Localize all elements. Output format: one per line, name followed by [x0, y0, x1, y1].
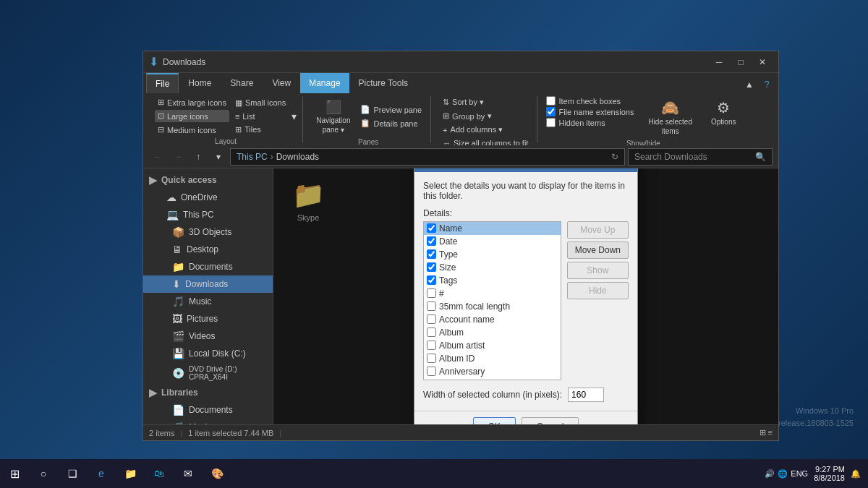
sidebar-item-music-lib[interactable]: 🎵 Music — [143, 419, 273, 424]
tiles-btn[interactable]: ⊞ Tiles — [232, 124, 289, 136]
detail-item-tags[interactable]: Tags — [424, 274, 561, 287]
detail-item-anniversary[interactable]: Anniversary — [424, 365, 561, 378]
detail-check-name[interactable] — [427, 223, 436, 233]
item-check-boxes-label[interactable]: Item check boxes — [546, 96, 634, 106]
detail-item-account-name[interactable]: Account name — [424, 313, 561, 326]
notification-icon[interactable]: 🔔 — [851, 469, 861, 479]
tab-home[interactable]: Home — [179, 73, 221, 93]
detail-check-album-id[interactable] — [427, 354, 436, 363]
detail-item-album-artist[interactable]: Album artist — [424, 339, 561, 352]
preview-pane-btn[interactable]: 📄 Preview pane — [357, 103, 425, 116]
refresh-icon[interactable]: ↻ — [611, 152, 618, 162]
sidebar-item-dvd-drive[interactable]: 💿 DVD Drive (D:) CPRA_X64I — [143, 362, 273, 384]
file-name-extensions[interactable] — [546, 107, 556, 116]
medium-icons-btn[interactable]: ⊟ Medium icons — [155, 124, 229, 136]
tab-picture-tools[interactable]: Picture Tools — [349, 73, 417, 93]
sidebar-item-3d-objects[interactable]: 📦 3D Objects — [143, 223, 273, 241]
network-icon[interactable]: 🌐 — [778, 469, 788, 479]
sidebar-item-documents[interactable]: 📁 Documents — [143, 258, 273, 275]
group-by-btn[interactable]: ⊞ Group by ▾ — [440, 110, 531, 122]
file-name-extensions-label[interactable]: File name extensions — [546, 107, 634, 116]
show-button[interactable]: Show — [567, 262, 629, 279]
ok-button[interactable]: OK — [473, 417, 516, 425]
search-button[interactable]: ○ — [29, 459, 58, 488]
detail-item-35mm[interactable]: 35mm focal length — [424, 300, 561, 313]
sidebar-item-downloads[interactable]: ⬇ Downloads — [143, 275, 273, 293]
detail-item-assistants-name[interactable]: Assistant's name — [424, 378, 561, 380]
tab-manage[interactable]: Manage — [300, 73, 349, 93]
detail-item-date[interactable]: Date — [424, 235, 561, 248]
sidebar-item-videos[interactable]: 🎬 Videos — [143, 328, 273, 345]
address-bar[interactable]: This PC › Downloads ↻ — [230, 148, 625, 166]
sidebar-item-documents-lib[interactable]: 📄 Documents — [143, 401, 273, 419]
sidebar-item-desktop[interactable]: 🖥 Desktop — [143, 241, 273, 258]
detail-item-hash[interactable]: # — [424, 287, 561, 300]
detail-check-anniversary[interactable] — [427, 367, 436, 376]
store-icon[interactable]: 🛍 — [145, 459, 174, 488]
move-down-button[interactable]: Move Down — [567, 241, 629, 259]
sidebar-item-this-pc[interactable]: 💻 This PC — [143, 206, 273, 223]
cancel-button[interactable]: Cancel — [522, 417, 579, 425]
navigation-pane-btn[interactable]: ⬛ Navigation pane ▾ — [312, 96, 354, 137]
detail-check-hash[interactable] — [427, 288, 436, 298]
ribbon-help[interactable]: ? — [758, 76, 775, 93]
explorer-taskbar-icon[interactable]: 📁 — [116, 459, 145, 488]
hide-button[interactable]: Hide — [567, 282, 629, 299]
extra-large-icons-btn[interactable]: ⊞ Extra large icons — [155, 96, 229, 108]
detail-check-type[interactable] — [427, 249, 436, 259]
tab-share[interactable]: Share — [221, 73, 263, 93]
details-list[interactable]: Name Date Type — [423, 221, 561, 380]
width-input[interactable] — [568, 388, 604, 402]
search-icon[interactable]: 🔍 — [755, 152, 766, 162]
edge-icon[interactable]: e — [87, 459, 116, 488]
add-columns-btn[interactable]: + Add columns ▾ — [440, 124, 531, 136]
start-button[interactable]: ⊞ — [0, 459, 29, 488]
recent-locations[interactable]: ▾ — [210, 148, 227, 166]
minimize-button[interactable]: ─ — [709, 55, 729, 69]
detail-item-name[interactable]: Name — [424, 222, 561, 235]
search-input[interactable] — [634, 152, 752, 162]
detail-item-album[interactable]: Album — [424, 326, 561, 339]
mail-icon[interactable]: ✉ — [174, 459, 203, 488]
options-btn[interactable]: ⚙ Options — [707, 96, 740, 138]
sidebar-item-libraries[interactable]: ▶ Libraries — [143, 384, 273, 401]
ribbon-collapse[interactable]: ▲ — [741, 76, 758, 93]
detail-item-album-id[interactable]: Album ID — [424, 352, 561, 365]
hidden-items-label[interactable]: Hidden items — [546, 118, 634, 127]
task-view-button[interactable]: ❑ — [58, 459, 87, 488]
detail-check-album-artist[interactable] — [427, 341, 436, 350]
detail-check-35mm[interactable] — [427, 301, 436, 311]
back-button[interactable]: ← — [149, 148, 166, 166]
sidebar-item-local-disk[interactable]: 💾 Local Disk (C:) — [143, 345, 273, 362]
tab-view[interactable]: View — [263, 73, 300, 93]
view-icons[interactable]: ⊞ ≡ — [760, 428, 773, 437]
maximize-button[interactable]: □ — [731, 55, 751, 69]
sidebar-item-pictures[interactable]: 🖼 Pictures — [143, 310, 273, 328]
forward-button[interactable]: → — [169, 148, 187, 166]
large-icons-btn[interactable]: ⊡ Large icons — [155, 110, 229, 122]
volume-icon[interactable]: 🔊 — [765, 469, 775, 479]
sidebar-item-quick-access[interactable]: ▶ Quick access — [143, 171, 273, 189]
up-button[interactable]: ↑ — [190, 148, 207, 166]
search-bar[interactable]: 🔍 — [628, 148, 773, 166]
taskbar-time[interactable]: 9:27 PM 8/8/2018 — [814, 465, 845, 482]
sort-by-btn[interactable]: ⇅ Sort by ▾ — [440, 96, 531, 108]
detail-item-type[interactable]: Type — [424, 248, 561, 261]
address-this-pc[interactable]: This PC — [237, 152, 268, 162]
hide-selected-btn[interactable]: 🙈 Hide selected items — [642, 96, 698, 138]
detail-check-account-name[interactable] — [427, 314, 436, 324]
detail-check-size[interactable] — [427, 262, 436, 272]
sidebar-item-music[interactable]: 🎵 Music — [143, 293, 273, 310]
sidebar-item-onedrive[interactable]: ☁ OneDrive — [143, 189, 273, 206]
hidden-items[interactable] — [546, 118, 556, 127]
address-downloads[interactable]: Downloads — [276, 152, 319, 162]
item-check-boxes[interactable] — [546, 96, 556, 106]
small-icons-btn[interactable]: ▦ Small icons — [232, 97, 289, 109]
list-btn[interactable]: ≡ List — [232, 111, 289, 122]
paint-icon[interactable]: 🎨 — [203, 459, 231, 488]
move-up-button[interactable]: Move Up — [567, 221, 629, 239]
detail-check-assistants-name[interactable] — [427, 380, 436, 380]
tab-file[interactable]: File — [146, 73, 179, 93]
detail-check-album[interactable] — [427, 328, 436, 337]
close-button[interactable]: ✕ — [752, 55, 773, 69]
